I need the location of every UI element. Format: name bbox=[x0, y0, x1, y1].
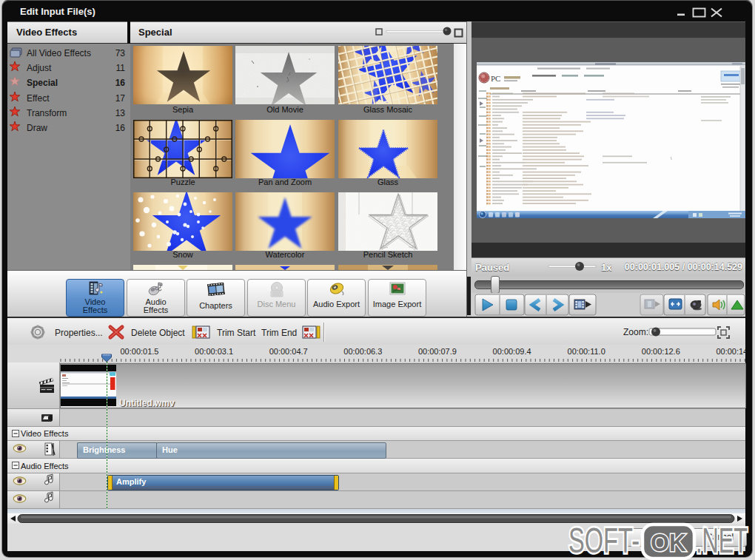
svg-text:OK: OK bbox=[651, 528, 686, 556]
svg-text:PC: PC bbox=[491, 74, 500, 83]
svg-text:SOFT-: SOFT- bbox=[568, 521, 640, 560]
svg-text:.NET: .NET bbox=[696, 521, 748, 560]
